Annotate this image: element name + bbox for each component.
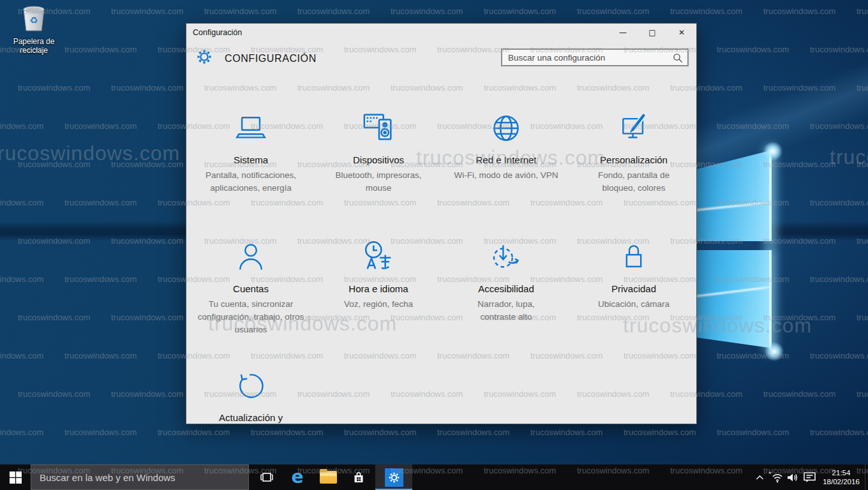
settings-tile-hora-idioma[interactable]: Hora e idioma Voz, región, fecha <box>315 238 442 311</box>
watermark-text: trucoswindows.com <box>18 313 90 322</box>
watermark-text: trucoswindows.com <box>857 313 868 322</box>
watermark-text: trucoswindows.com <box>0 198 43 207</box>
watermark-text: trucoswindows.com <box>857 160 868 169</box>
watermark-text: trucoswindows.com <box>64 121 137 131</box>
windows-logo-icon <box>10 471 22 484</box>
store-button[interactable] <box>345 464 373 490</box>
watermark-text: trucoswindows.com <box>763 6 835 16</box>
tray-chevron-button[interactable] <box>753 464 766 490</box>
minimize-button[interactable]: — <box>608 24 638 41</box>
watermark-text: trucoswindows.com <box>344 427 416 437</box>
settings-search-box[interactable] <box>501 48 689 66</box>
tray-volume-button[interactable] <box>786 464 800 490</box>
watermark-text: trucoswindows.com <box>763 389 835 399</box>
clock-time: 21:54 <box>832 468 851 477</box>
page-title: CONFIGURACIÓN <box>225 53 317 64</box>
clock-language-icon <box>361 239 396 274</box>
chevron-up-icon <box>756 475 764 480</box>
settings-tile-cuentas[interactable]: Cuentas Tu cuenta, sincronizar configura… <box>187 238 315 336</box>
file-explorer-button[interactable] <box>314 464 342 490</box>
desktop: ♻ Papelera de reciclaje Configuración — … <box>0 0 868 490</box>
watermark-text: trucoswindows.com <box>111 6 183 16</box>
watermark-text: trucoswindows.com <box>111 313 183 322</box>
taskbar-clock[interactable]: 21:54 18/02/2016 <box>819 464 863 490</box>
watermark-text: trucoswindows.com <box>111 389 183 399</box>
tile-subtitle: Pantalla, notificaciones, aplicaciones, … <box>195 169 307 195</box>
maximize-button[interactable]: □ <box>638 24 667 41</box>
recycle-bin-label: Papelera de reciclaje <box>6 37 61 55</box>
tile-subtitle: Bluetooth, impresoras, mouse <box>322 169 435 195</box>
settings-tile-personalizacion[interactable]: Personalización Fondo, pantalla de bloqu… <box>570 109 697 195</box>
svg-text:*: * <box>768 471 772 477</box>
tray-action-center-button[interactable] <box>802 464 817 490</box>
show-desktop-button[interactable] <box>865 464 868 490</box>
watermark-text: trucoswindows.com <box>158 427 230 437</box>
volume-icon <box>787 473 798 482</box>
tile-title: Hora e idioma <box>327 283 430 295</box>
logo-edge-glow-top <box>769 149 772 241</box>
settings-tile-dispositivos[interactable]: Dispositivos Bluetooth, impresoras, mous… <box>315 109 442 195</box>
watermark-text: trucoswindows.com <box>810 45 868 54</box>
watermark-text: trucoswindows.com <box>297 6 370 16</box>
logo-edge-glow-bottom <box>769 250 772 350</box>
settings-search-input[interactable] <box>502 50 687 65</box>
logo-glow-corner-top <box>763 142 782 161</box>
watermark-text: trucoswindows.com <box>717 427 789 437</box>
settings-tile-accesibilidad[interactable]: Accesibilidad Narrador, lupa, contraste … <box>442 238 570 323</box>
watermark-text: trucoswindows.com <box>670 6 742 16</box>
watermark-text: trucoswindows.com <box>64 45 137 54</box>
laptop-icon <box>234 112 267 145</box>
watermark-text: trucoswindows.com <box>0 121 43 131</box>
search-icon <box>673 53 683 63</box>
tile-subtitle: Narrador, lupa, contraste alto <box>461 298 551 323</box>
watermark-text: trucoswindows.com <box>111 160 183 169</box>
watermark-text: trucoswindows.com <box>64 351 137 360</box>
window-titlebar[interactable]: Configuración — □ ✕ <box>186 24 696 41</box>
action-center-icon <box>804 472 816 483</box>
recycle-bin-shortcut[interactable]: ♻ Papelera de reciclaje <box>6 4 61 55</box>
settings-tile-red-internet[interactable]: Red e Internet Wi-Fi, modo de avión, VPN <box>442 109 570 182</box>
store-bag-icon <box>351 470 366 485</box>
tile-subtitle: Fondo, pantalla de bloqueo, colores <box>588 169 679 195</box>
taskbar-search-input[interactable] <box>31 465 248 489</box>
tray-network-button[interactable]: * <box>768 464 784 490</box>
watermark-text: trucoswindows.com <box>391 6 463 16</box>
settings-tile-actualizacion-seguridad[interactable]: Actualización y seguridad <box>187 367 315 424</box>
wifi-icon: * <box>768 471 784 483</box>
start-button[interactable] <box>0 464 31 490</box>
watermark-text: trucoswindows.com <box>111 83 183 93</box>
watermark-text: trucoswindows.com <box>64 198 137 207</box>
close-button[interactable]: ✕ <box>667 24 696 41</box>
settings-tile-sistema[interactable]: Sistema Pantalla, notificaciones, aplica… <box>187 109 315 195</box>
tile-subtitle: Wi-Fi, modo de avión, VPN <box>450 169 562 182</box>
watermark-text-large: trucoswindows.com <box>0 142 180 165</box>
settings-app-button[interactable] <box>375 464 412 490</box>
watermark-text: trucoswindows.com <box>530 427 602 437</box>
windows-logo-pane-bottom <box>684 250 772 351</box>
watermark-text: trucoswindows.com <box>810 351 868 360</box>
user-icon <box>234 241 267 274</box>
tile-title: Dispositivos <box>327 154 430 167</box>
edge-browser-button[interactable]: e <box>283 464 311 490</box>
watermark-text: trucoswindows.com <box>251 427 323 437</box>
folder-icon <box>320 471 337 484</box>
settings-tile-privacidad[interactable]: Privacidad Ubicación, cámara <box>570 238 697 311</box>
svg-text:♻: ♻ <box>29 15 38 26</box>
watermark-text: trucoswindows.com <box>18 83 90 93</box>
update-icon <box>234 369 267 403</box>
tile-subtitle: Ubicación, cámara <box>578 298 690 311</box>
window-title: Configuración <box>193 28 242 37</box>
recycle-bin-icon: ♻ <box>19 4 49 33</box>
tile-subtitle: Voz, región, fecha <box>322 298 435 311</box>
taskbar-search-box[interactable] <box>31 464 249 490</box>
watermark-text: trucoswindows.com <box>577 6 649 16</box>
task-view-button[interactable] <box>253 464 281 490</box>
watermark-text: trucoswindows.com <box>0 351 43 360</box>
personalization-icon <box>617 112 650 145</box>
settings-window: Configuración — □ ✕ CONFIGUR <box>186 23 697 424</box>
watermark-text: trucoswindows.com <box>763 313 835 322</box>
settings-tile-bg <box>385 468 403 487</box>
logo-glow-corner-bottom <box>765 342 784 361</box>
watermark-text: trucoswindows.com <box>0 427 43 437</box>
watermark-text: trucoswindows.com <box>810 427 868 437</box>
